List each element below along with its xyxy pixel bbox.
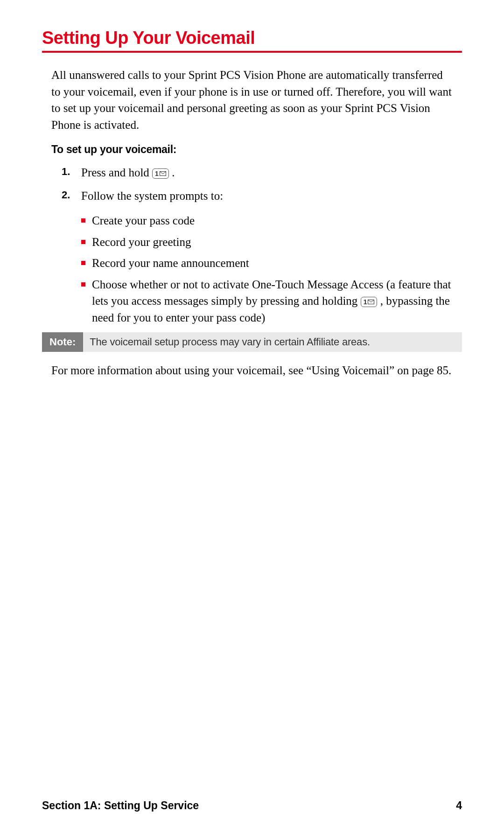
step-number: 2. <box>62 188 81 202</box>
bullet-text: Choose whether or not to activate One-To… <box>92 276 453 326</box>
key-1-icon: 1 <box>361 297 378 307</box>
note-label: Note: <box>42 332 83 352</box>
envelope-icon <box>160 171 166 176</box>
key-1-icon: 1 <box>152 168 169 179</box>
subheading: To set up your voicemail: <box>51 143 453 156</box>
step-item: 2. Follow the system prompts to: <box>51 188 453 204</box>
square-bullet-icon <box>81 240 85 244</box>
square-bullet-icon <box>81 218 85 223</box>
bullet-text: Create your pass code <box>92 212 453 229</box>
note-callout: Note: The voicemail setup process may va… <box>42 332 462 352</box>
step-text-before: Press and hold <box>81 166 152 179</box>
square-bullet-icon <box>81 261 85 265</box>
note-body: The voicemail setup process may vary in … <box>83 332 462 352</box>
step-text: Press and hold 1 . <box>81 164 453 181</box>
key-digit: 1 <box>364 299 367 305</box>
key-digit: 1 <box>155 170 159 177</box>
list-item: Record your name announcement <box>81 255 453 272</box>
footer-page-number: 4 <box>456 799 462 812</box>
step-number: 1. <box>62 164 81 179</box>
page-heading: Setting Up Your Voicemail <box>42 28 462 53</box>
square-bullet-icon <box>81 282 85 287</box>
bullet-text: Record your greeting <box>92 234 453 251</box>
page-footer: Section 1A: Setting Up Service 4 <box>42 799 462 812</box>
list-item: Choose whether or not to activate One-To… <box>81 276 453 326</box>
envelope-icon <box>368 300 374 304</box>
intro-paragraph: All unanswered calls to your Sprint PCS … <box>51 67 453 133</box>
footer-section: Section 1A: Setting Up Service <box>42 799 199 812</box>
step-item: 1. Press and hold 1 . <box>51 164 453 181</box>
list-item: Create your pass code <box>81 212 453 229</box>
list-item: Record your greeting <box>81 234 453 251</box>
bullet-text: Record your name announcement <box>92 255 453 272</box>
bullet-list: Create your pass code Record your greeti… <box>51 212 453 326</box>
step-text-after: . <box>172 166 175 179</box>
step-text: Follow the system prompts to: <box>81 188 453 204</box>
followup-paragraph: For more information about using your vo… <box>51 362 453 379</box>
content-body: All unanswered calls to your Sprint PCS … <box>42 67 462 379</box>
steps-list: 1. Press and hold 1 . 2. Follow the syst… <box>51 164 453 204</box>
